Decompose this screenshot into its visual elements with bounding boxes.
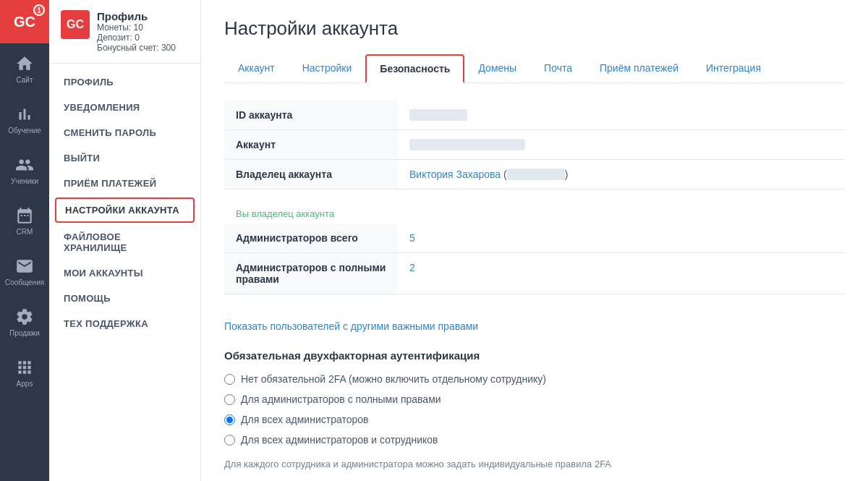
sidebar-item-support[interactable]: ТЕХ ПОДДЕРЖКА [49,311,200,336]
avatar: GC [61,10,90,39]
sidebar-item-file-storage[interactable]: ФАЙЛОВОЕ ХРАНИЛИЩЕ [49,224,200,260]
tab-integration[interactable]: Интеграция [692,54,775,83]
profile-coins: Монеты: 10 [97,22,176,33]
radio-full-admins-label: Для администраторов с полными правами [241,393,441,405]
sidebar-item-change-password[interactable]: СМЕНИТЬ ПАРОЛЬ [49,120,200,145]
nav-students-label: Ученики [11,177,38,185]
nav-learning-label: Обучение [8,127,41,135]
sidebar: GC Профиль Монеты: 10 Депозит: 0 Бонусны… [49,0,201,481]
blurred-owner-extra [507,169,565,180]
field-value-account [398,130,845,160]
owner-link[interactable]: Виктория Захарова [409,169,501,180]
nav-crm-label: CRM [17,228,33,236]
notification-badge: 1 [33,4,45,16]
radio-all-admins[interactable]: Для всех администраторов [224,414,845,425]
users-icon [15,156,34,174]
radio-full-admins[interactable]: Для администраторов с полными правами [224,393,845,405]
blurred-account-value [409,139,525,150]
main-content: Настройки аккаунта Аккаунт Настройки Без… [201,0,868,481]
table-row-owner: Владелец аккаунта Виктория Захарова ( ) [224,160,845,190]
sidebar-item-payments[interactable]: ПРИЁМ ПЛАТЕЖЕЙ [49,171,200,196]
two-factor-section-title: Обязательная двухфакторная аутентификаци… [224,349,845,362]
sidebar-item-help[interactable]: ПОМОЩЬ [49,286,200,311]
stat-value-admins-full: 2 [398,253,845,294]
table-row-admins-full: Администраторов с полными правами 2 [224,253,845,294]
stats-table: Администраторов всего 5 Администраторов … [224,224,845,294]
radio-no-2fa[interactable]: Нет обязательной 2FA (можно включить отд… [224,373,845,385]
blurred-id-value [409,109,467,121]
radio-full-admins-input[interactable] [224,394,235,405]
page-title: Настройки аккаунта [224,17,845,40]
table-row-admins-total: Администраторов всего 5 [224,224,845,253]
field-label-id: ID аккаунта [224,101,398,130]
two-factor-radio-group: Нет обязательной 2FA (можно включить отд… [224,373,845,446]
radio-all-admins-label: Для всех администраторов [241,414,368,425]
nav-apps[interactable]: Apps [0,347,49,398]
nav-site[interactable]: Сайт [0,43,49,94]
radio-no-2fa-input[interactable] [224,374,235,385]
two-factor-note: Для каждого сотрудника и администратора … [224,457,845,472]
sidebar-item-my-accounts[interactable]: МОИ АККАУНТЫ [49,260,200,286]
nav-apps-label: Apps [17,380,33,388]
nav-site-label: Сайт [16,76,33,84]
profile-deposit: Депозит: 0 [97,33,176,43]
nav-sales-label: Продажи [9,329,40,337]
field-value-owner: Виктория Захарова ( ) [398,160,845,190]
home-icon [15,54,34,73]
tab-account[interactable]: Аккаунт [224,54,289,83]
sidebar-profile: GC Профиль Монеты: 10 Депозит: 0 Бонусны… [49,0,200,64]
field-label-account: Аккаунт [224,130,398,160]
nav-students[interactable]: Ученики [0,145,49,195]
sidebar-item-logout[interactable]: ВЫЙТИ [49,145,200,171]
icon-bar: GC 1 Сайт Обучение Ученики CRM Сообщения… [0,0,49,481]
radio-all-staff-label: Для всех администраторов и сотрудников [241,434,438,446]
stat-value-admins-total: 5 [398,224,845,253]
chart-icon [15,105,34,124]
crm-icon [15,206,34,225]
nav-messages-label: Сообщения [5,278,44,286]
table-row-account: Аккаунт [224,130,845,160]
mail-icon [15,257,34,276]
tab-payments[interactable]: Приём платежей [586,54,692,83]
owner-note: Вы владелец аккаунта [224,204,845,224]
admins-full-count: 2 [409,262,415,273]
profile-info: Профиль Монеты: 10 Депозит: 0 Бонусный с… [97,10,176,53]
show-users-link[interactable]: Показать пользователей с другими важными… [224,320,478,332]
tab-mail[interactable]: Почта [530,54,586,83]
field-value-id [398,101,845,130]
radio-no-2fa-label: Нет обязательной 2FA (можно включить отд… [241,373,546,385]
field-label-owner: Владелец аккаунта [224,160,398,190]
tab-settings[interactable]: Настройки [289,54,366,83]
nav-sales[interactable]: Продажи [0,297,49,347]
sidebar-item-profile[interactable]: ПРОФИЛЬ [49,69,200,95]
radio-all-staff-input[interactable] [224,435,235,446]
sidebar-item-notifications[interactable]: УВЕДОМЛЕНИЯ [49,95,200,120]
admins-total-count: 5 [409,232,415,244]
nav-learning[interactable]: Обучение [0,94,49,145]
radio-all-admins-input[interactable] [224,414,235,425]
nav-crm[interactable]: CRM [0,195,49,246]
tabs: Аккаунт Настройки Безопасность Домены По… [224,54,845,83]
profile-bonus: Бонусный счет: 300 [97,43,176,53]
logo-button[interactable]: GC 1 [0,0,49,43]
stat-label-admins-total: Администраторов всего [224,224,398,253]
logo-text: GC [14,14,35,30]
info-table: ID аккаунта Аккаунт Владелец аккаунта Ви… [224,101,845,190]
nav-messages[interactable]: Сообщения [0,246,49,297]
stat-label-admins-full: Администраторов с полными правами [224,253,398,294]
apps-icon [15,358,34,377]
gear-icon [15,307,34,326]
profile-name: Профиль [97,10,176,22]
tab-security[interactable]: Безопасность [365,54,464,83]
table-row-id: ID аккаунта [224,101,845,130]
tab-domains[interactable]: Домены [464,54,530,83]
sidebar-item-account-settings[interactable]: НАСТРОЙКИ АККАУНТА [55,197,195,223]
sidebar-menu: ПРОФИЛЬ УВЕДОМЛЕНИЯ СМЕНИТЬ ПАРОЛЬ ВЫЙТИ… [49,64,200,481]
radio-all-staff[interactable]: Для всех администраторов и сотрудников [224,434,845,446]
